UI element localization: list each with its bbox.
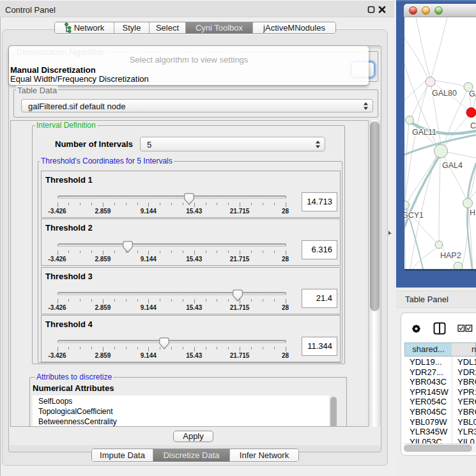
svg-text:GAL80: GAL80 [432, 89, 457, 98]
svg-text:GA: GA [469, 89, 476, 98]
svg-text:GAL11: GAL11 [412, 128, 436, 137]
svg-text:GCY1: GCY1 [404, 211, 424, 220]
svg-text:H: H [470, 208, 475, 217]
svg-text:C: C [470, 121, 476, 130]
svg-text:GAL4: GAL4 [442, 161, 463, 170]
svg-text:HAP2: HAP2 [440, 251, 461, 260]
